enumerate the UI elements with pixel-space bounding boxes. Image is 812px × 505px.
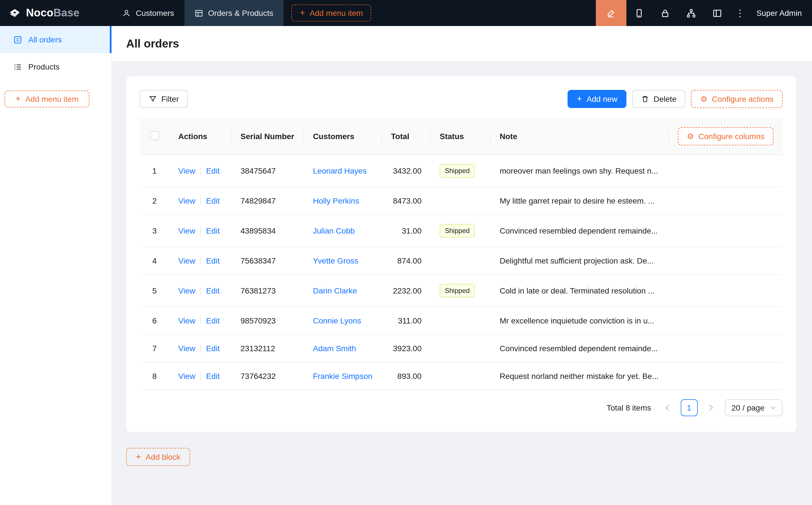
customer-link[interactable]: Julian Cobb	[313, 226, 355, 235]
pagination-total: Total 8 items	[606, 403, 651, 412]
total-cell: 3432.00	[382, 155, 431, 187]
tab-customers[interactable]: Customers	[112, 0, 184, 26]
sidebar-item-products[interactable]: Products	[0, 53, 112, 80]
view-link[interactable]: View	[178, 196, 195, 205]
sidebar: All orders Products + Add menu item	[0, 26, 112, 505]
column-header-actions: Actions	[169, 118, 232, 155]
add-block-button[interactable]: + Add block	[126, 448, 190, 466]
edit-link[interactable]: Edit	[206, 256, 220, 265]
table-icon	[194, 9, 203, 17]
view-link[interactable]: View	[178, 286, 195, 295]
note-cell: Convinced resembled dependent remainde..…	[491, 215, 669, 247]
layout-button[interactable]	[704, 0, 730, 26]
serial-number-cell: 75638347	[232, 247, 304, 275]
add-menu-item-button-header[interactable]: + Add menu item	[291, 5, 372, 21]
orders-table: Actions Serial Number Customers Total St…	[140, 118, 783, 390]
edit-link[interactable]: Edit	[206, 344, 220, 353]
configure-actions-button[interactable]: ⚙ Configure actions	[691, 90, 783, 108]
page-number-button[interactable]: 1	[680, 399, 697, 416]
edit-link[interactable]: Edit	[206, 166, 220, 175]
row-index: 6	[140, 307, 169, 335]
note-cell: Mr excellence inquietude conviction is i…	[491, 307, 669, 335]
view-link[interactable]: View	[178, 256, 195, 265]
row-index: 7	[140, 335, 169, 362]
serial-number-cell: 74829847	[232, 187, 304, 215]
customer-link[interactable]: Holly Perkins	[313, 196, 359, 205]
edit-link[interactable]: Edit	[206, 316, 220, 325]
sidebar-item-all-orders[interactable]: All orders	[0, 26, 112, 53]
header-actions: ⋮ Super Admin	[596, 0, 812, 26]
note-cell: Cold in late or deal. Terminated resolut…	[491, 275, 669, 307]
column-header-note: Note	[491, 118, 669, 155]
delete-button[interactable]: Delete	[632, 90, 686, 108]
total-cell: 31.00	[382, 215, 431, 247]
customer-link[interactable]: Adam Smith	[313, 344, 356, 353]
view-link[interactable]: View	[178, 371, 195, 381]
customer-link[interactable]: Connie Lyons	[313, 316, 361, 325]
note-cell: Convinced resembled dependent remainde..…	[491, 335, 669, 362]
row-index: 5	[140, 275, 169, 307]
chevron-right-icon	[708, 404, 714, 411]
note-cell: Request norland neither mistake for yet.…	[491, 362, 669, 390]
more-button[interactable]: ⋮	[730, 0, 750, 26]
customer-link[interactable]: Yvette Gross	[313, 256, 358, 265]
divider	[200, 317, 201, 325]
plus-icon: +	[136, 452, 141, 461]
table-row: 1 ViewEdit 38475647 Leonard Hayes 3432.0…	[140, 155, 783, 187]
tab-label: Orders & Products	[208, 8, 273, 17]
mobile-button[interactable]	[627, 0, 652, 26]
row-index: 3	[140, 215, 169, 247]
edit-link[interactable]: Edit	[206, 286, 220, 295]
toolbar-actions: + Add new Delete ⚙ Configure actions	[567, 90, 783, 108]
customer-link[interactable]: Leonard Hayes	[313, 166, 367, 175]
customer-link[interactable]: Darin Clarke	[313, 286, 357, 295]
page-content: Filter + Add new Delete	[112, 61, 812, 505]
table-row: 6 ViewEdit 98570923 Connie Lyons 311.00 …	[140, 307, 783, 335]
view-link[interactable]: View	[178, 166, 195, 175]
add-menu-item-button-sidebar[interactable]: + Add menu item	[5, 91, 90, 108]
edit-link[interactable]: Edit	[206, 226, 220, 235]
divider	[200, 345, 201, 352]
row-index: 4	[140, 247, 169, 275]
configure-columns-button[interactable]: ⚙ Configure columns	[678, 127, 774, 145]
view-link[interactable]: View	[178, 226, 195, 235]
lock-button[interactable]	[652, 0, 678, 26]
user-menu[interactable]: Super Admin	[750, 0, 812, 26]
divider	[200, 287, 201, 295]
top-header: NocoBase Customers Orders & Products + A…	[0, 0, 812, 26]
ui-editor-button[interactable]	[596, 0, 627, 26]
total-cell: 8473.00	[382, 187, 431, 215]
mobile-icon	[635, 8, 644, 18]
row-index: 2	[140, 187, 169, 215]
prev-page-button[interactable]	[659, 400, 675, 415]
chevron-down-icon	[770, 406, 776, 409]
divider	[200, 167, 201, 175]
tab-orders-products[interactable]: Orders & Products	[184, 0, 283, 26]
next-page-button[interactable]	[703, 400, 719, 415]
filter-button[interactable]: Filter	[140, 90, 188, 108]
orders-table-block: Filter + Add new Delete	[126, 76, 796, 432]
divider	[200, 227, 201, 235]
serial-number-cell: 73764232	[232, 362, 304, 390]
view-link[interactable]: View	[178, 344, 195, 353]
filter-icon	[149, 95, 157, 103]
form-icon	[14, 35, 22, 44]
highlighter-icon	[606, 8, 616, 18]
plugin-button[interactable]	[678, 0, 704, 26]
add-new-button[interactable]: + Add new	[567, 90, 627, 108]
plus-icon: +	[577, 94, 582, 103]
view-link[interactable]: View	[178, 316, 195, 325]
edit-link[interactable]: Edit	[206, 371, 220, 381]
main-area: All orders Filter + Add new	[112, 26, 812, 505]
plus-icon: +	[300, 8, 305, 17]
plus-icon: +	[15, 94, 21, 103]
note-cell: moreover man feelings own shy. Request n…	[491, 155, 669, 187]
logo[interactable]: NocoBase	[0, 0, 112, 26]
table-row: 4 ViewEdit 75638347 Yvette Gross 874.00 …	[140, 247, 783, 275]
edit-link[interactable]: Edit	[206, 196, 220, 205]
page-size-select[interactable]: 20 / page	[724, 399, 783, 416]
serial-number-cell: 38475647	[232, 155, 304, 187]
select-all-checkbox[interactable]	[150, 131, 159, 140]
customer-link[interactable]: Frankie Simpson	[313, 371, 372, 381]
gear-icon: ⚙	[700, 95, 707, 103]
